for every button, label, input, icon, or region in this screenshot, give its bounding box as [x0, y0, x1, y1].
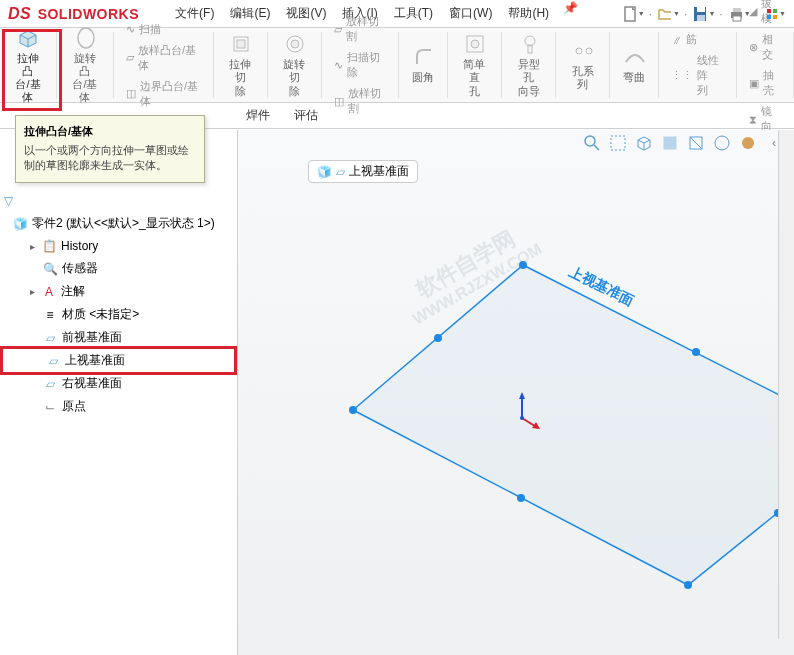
svg-rect-5 — [733, 8, 741, 12]
sweep-button[interactable]: ∿扫描 — [122, 20, 205, 39]
view-toolbar: ‹ — [580, 131, 786, 155]
menu-tools[interactable]: 工具(T) — [388, 1, 439, 26]
view-orient-icon — [634, 133, 654, 153]
svg-point-33 — [684, 581, 692, 589]
svg-point-31 — [519, 261, 527, 269]
tree-history[interactable]: ▸ 📋 History — [0, 235, 237, 257]
tree-sensors[interactable]: 🔍 传感器 — [0, 257, 237, 280]
tree-top-plane[interactable]: ▱ 上视基准面 — [0, 346, 237, 375]
loft-cut-button[interactable]: ▱放样切割 — [330, 12, 390, 46]
open-button[interactable]: ▼ — [656, 3, 680, 25]
history-icon: 📋 — [41, 238, 57, 254]
tree-origin[interactable]: ⌙ 原点 — [0, 395, 237, 418]
loft-cut-icon: ▱ — [334, 23, 342, 36]
revolve-boss-button[interactable]: 旋转凸 台/基体 — [65, 22, 105, 109]
menu-help[interactable]: 帮助(H) — [502, 1, 555, 26]
expand-icon[interactable]: ▸ — [30, 286, 35, 297]
revolve-cut-button[interactable]: 旋转切 除 — [276, 28, 313, 102]
scene-button[interactable] — [710, 131, 734, 155]
rebuild-button[interactable]: ▼ — [762, 3, 786, 25]
svg-point-37 — [517, 494, 525, 502]
tree-root[interactable]: 🧊 零件2 (默认<<默认>_显示状态 1>) — [0, 212, 237, 235]
simple-hole-button[interactable]: 简单直 孔 — [456, 28, 493, 102]
tooltip-title: 拉伸凸台/基体 — [24, 124, 196, 139]
section-view-button[interactable] — [684, 131, 708, 155]
svg-marker-30 — [353, 265, 794, 585]
simple-hole-icon — [462, 32, 486, 56]
svg-rect-7 — [767, 9, 771, 13]
sweep-icon: ∿ — [126, 23, 135, 36]
annotations-icon: A — [41, 284, 57, 300]
view-orient-button[interactable] — [632, 131, 656, 155]
boundary-cut-button[interactable]: ◫放样切割 — [330, 84, 390, 118]
menu-edit[interactable]: 编辑(E) — [224, 1, 276, 26]
sweep-cut-button[interactable]: ∿扫描切除 — [330, 48, 390, 82]
svg-rect-2 — [697, 7, 705, 12]
intersect-button[interactable]: ⊗相交 — [745, 30, 785, 64]
plane-icon: ▱ — [42, 376, 58, 392]
appearance-button[interactable] — [736, 131, 760, 155]
svg-rect-10 — [773, 15, 777, 19]
extrude-boss-icon — [16, 26, 40, 50]
breadcrumb[interactable]: 🧊 ▱ 上视基准面 — [308, 160, 418, 183]
zoom-fit-button[interactable] — [580, 131, 604, 155]
expand-icon[interactable]: ▸ — [30, 241, 35, 252]
quick-toolbar: ▼ · ▼ · ▼ · ▼ · ▼ — [621, 3, 786, 25]
ribbon: 拉伸凸 台/基体 旋转凸 台/基体 ∿扫描 ▱放样凸台/基体 ◫边界凸台/基体 … — [0, 28, 794, 103]
appearance-icon — [738, 133, 758, 153]
shell-button[interactable]: ▣抽壳 — [745, 66, 785, 100]
new-icon — [621, 4, 636, 24]
extrude-boss-button[interactable]: 拉伸凸 台/基体 — [8, 22, 48, 109]
pin-icon[interactable]: 📌 — [563, 1, 578, 26]
svg-rect-3 — [697, 15, 705, 21]
hole-wizard-button[interactable]: 异型孔 向导 — [510, 28, 547, 102]
revolve-boss-label: 旋转凸 台/基体 — [69, 52, 101, 105]
boundary-button[interactable]: ◫边界凸台/基体 — [122, 77, 205, 111]
tab-weldment[interactable]: 焊件 — [234, 103, 282, 128]
boundary-icon: ◫ — [126, 87, 136, 100]
workspace: ▽ 🧊 零件2 (默认<<默认>_显示状态 1>) ▸ 📋 History 🔍 … — [0, 130, 794, 655]
save-button[interactable]: ▼ — [691, 3, 715, 25]
revolve-boss-icon — [73, 26, 97, 50]
viewport[interactable]: 🧊 ▱ 上视基准面 软件自学网 WWW.RJZXW.COM 上视基准面 — [238, 130, 794, 655]
chevron-icon: ‹ — [772, 136, 776, 150]
svg-rect-24 — [611, 136, 625, 150]
save-icon — [691, 4, 706, 24]
tree-material[interactable]: ≡ 材质 <未指定> — [0, 303, 237, 326]
extrude-cut-button[interactable]: 拉伸切 除 — [222, 28, 259, 102]
app-logo: DS SOLIDWORKS — [8, 5, 139, 23]
rib-icon: ⫽ — [671, 34, 682, 46]
svg-point-38 — [434, 334, 442, 342]
scrollbar-vertical[interactable] — [778, 130, 794, 639]
hole-series-button[interactable]: 孔系列 — [564, 35, 601, 95]
plane-icon: ▱ — [336, 165, 345, 179]
svg-point-44 — [520, 416, 524, 420]
display-style-button[interactable] — [658, 131, 682, 155]
svg-point-35 — [692, 348, 700, 356]
zoom-area-button[interactable] — [606, 131, 630, 155]
tree-right-plane[interactable]: ▱ 右视基准面 — [0, 372, 237, 395]
print-button[interactable]: ▼ — [727, 3, 751, 25]
filter-icon[interactable]: ▽ — [4, 194, 233, 208]
tree-annotations[interactable]: ▸ A 注解 — [0, 280, 237, 303]
more-button[interactable]: ‹ — [762, 131, 786, 155]
zoom-area-icon — [608, 133, 628, 153]
fillet-button[interactable]: 圆角 — [407, 41, 439, 88]
print-icon — [727, 4, 742, 24]
bend-button[interactable]: 弯曲 — [618, 41, 650, 88]
sketch-plane: 上视基准面 — [338, 250, 794, 590]
menu-window[interactable]: 窗口(W) — [443, 1, 498, 26]
new-button[interactable]: ▼ — [621, 3, 645, 25]
loft-button[interactable]: ▱放样凸台/基体 — [122, 41, 205, 75]
hole-series-icon — [571, 39, 595, 63]
tab-evaluate[interactable]: 评估 — [282, 103, 330, 128]
menu-view[interactable]: 视图(V) — [280, 1, 332, 26]
display-style-icon — [660, 133, 680, 153]
svg-point-20 — [576, 48, 582, 54]
bend-icon — [622, 45, 646, 69]
svg-rect-13 — [237, 40, 245, 48]
titlebar: DS SOLIDWORKS 文件(F) 编辑(E) 视图(V) 插入(I) 工具… — [0, 0, 794, 28]
svg-point-15 — [291, 40, 299, 48]
linear-pattern-button[interactable]: ⋮⋮线性阵 列 — [667, 51, 728, 100]
rib-button[interactable]: ⫽筋 — [667, 30, 728, 49]
